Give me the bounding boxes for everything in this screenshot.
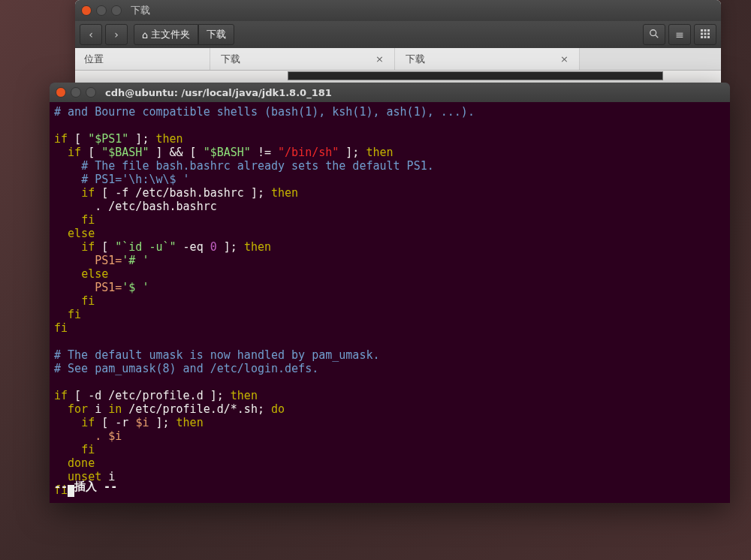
forward-button[interactable]: › (105, 24, 128, 45)
svg-rect-2 (701, 29, 703, 32)
terminal-titlebar[interactable]: cdh@ubuntu: /usr/local/java/jdk1.8.0_181 (50, 83, 730, 102)
code-token: ] (149, 146, 169, 159)
code-token: != (251, 146, 278, 159)
code-token: '$ ' (122, 281, 149, 294)
code-token: $i (135, 416, 149, 429)
term-minimize-icon[interactable] (71, 87, 81, 98)
code-token: then (155, 132, 182, 146)
menu-button[interactable]: ≡ (668, 24, 691, 45)
back-button[interactable]: ‹ (80, 24, 102, 45)
term-maximize-icon[interactable] (86, 87, 96, 98)
fm-close-icon[interactable] (81, 5, 92, 16)
code-token: PS1= (95, 281, 122, 294)
svg-line-1 (656, 35, 659, 38)
code-token: . (95, 429, 108, 443)
code-token: -eq (176, 240, 210, 254)
term-close-icon[interactable] (56, 87, 66, 98)
fm-titlebar[interactable]: 下载 (75, 0, 721, 21)
code-token: "$PS1" (88, 132, 128, 146)
code-token: "`id -u`" (115, 240, 176, 254)
code-token: 0 (210, 240, 217, 254)
breadcrumb-current-label: 下载 (207, 28, 226, 41)
code-token: fi (81, 443, 95, 456)
code-token: if (81, 186, 95, 200)
terminal-content[interactable]: # and Bourne compatible shells (bash(1),… (50, 102, 730, 500)
chevron-left-icon: ‹ (89, 29, 93, 41)
code-token: i (88, 402, 108, 416)
code-token: ]; (217, 240, 244, 254)
code-token: if (81, 240, 95, 254)
svg-rect-10 (707, 36, 710, 38)
grid-view-button[interactable] (694, 24, 716, 45)
code-token: then (366, 146, 393, 159)
code-line: # The default umask is now handled by pa… (54, 348, 379, 362)
svg-rect-3 (704, 29, 707, 32)
code-token: /etc/profile.d/*.sh; (122, 402, 271, 416)
svg-point-0 (650, 29, 656, 35)
code-token: for (68, 402, 88, 416)
code-token: $i (108, 429, 122, 443)
fm-minimize-icon[interactable] (96, 5, 107, 16)
terminal-title: cdh@ubuntu: /usr/local/java/jdk1.8.0_181 (105, 87, 332, 98)
code-token: '# ' (122, 254, 149, 267)
code-token: fi (54, 321, 68, 335)
file-manager-window: 下载 ‹ › ⌂ 主文件夹 下载 ≡ (75, 0, 721, 83)
code-token: [ -f /etc/bash.bashrc ]; (95, 186, 271, 200)
code-token: fi (81, 213, 95, 227)
code-token: ]; (128, 132, 155, 146)
code-token: then (176, 416, 204, 429)
fm-tab-2[interactable]: 下载 × (395, 48, 580, 70)
fm-tab-1-label: 下载 (221, 53, 240, 66)
chevron-right-icon: › (114, 29, 119, 41)
fm-maximize-icon[interactable] (111, 5, 122, 16)
svg-rect-9 (704, 36, 707, 38)
code-token: "/bin/sh" (278, 146, 339, 159)
code-token: fi (68, 308, 81, 321)
code-line: # The file bash.bashrc already sets the … (81, 159, 434, 173)
breadcrumb-home-label: 主文件夹 (151, 28, 190, 41)
code-token: then (231, 389, 258, 402)
svg-rect-5 (701, 33, 703, 35)
hamburger-icon: ≡ (675, 29, 684, 41)
fm-tab-1[interactable]: 下载 × (210, 48, 395, 70)
breadcrumb-home[interactable]: ⌂ 主文件夹 (134, 24, 198, 45)
close-icon[interactable]: × (376, 53, 384, 65)
fm-tabs: 位置 下载 × 下载 × (75, 48, 721, 71)
fm-title: 下载 (131, 4, 150, 17)
code-token: "$BASH" (101, 146, 149, 159)
code-token: ]; (339, 146, 366, 159)
svg-rect-7 (707, 33, 710, 35)
code-line: # See pam_umask(8) and /etc/login.defs. (54, 362, 318, 375)
code-token: else (81, 267, 108, 281)
terminal-window: cdh@ubuntu: /usr/local/java/jdk1.8.0_181… (50, 83, 730, 503)
breadcrumb-current[interactable]: 下载 (198, 24, 234, 45)
code-token: [ (95, 240, 115, 254)
fm-content-strip (288, 71, 663, 80)
code-token: && (170, 146, 183, 159)
grid-icon (701, 29, 710, 41)
fm-sidebar-header: 位置 (75, 48, 210, 70)
code-token: then (271, 186, 298, 200)
code-token: ]; (149, 416, 176, 429)
code-line: # PS1='\h:\w\$ ' (81, 173, 190, 186)
code-token: if (54, 389, 68, 402)
code-token: [ (81, 146, 101, 159)
code-token: if (54, 132, 68, 146)
code-token: [ (183, 146, 204, 159)
code-token: do (271, 402, 285, 416)
svg-rect-4 (707, 29, 710, 32)
code-token: fi (81, 294, 95, 308)
code-token: done (68, 456, 95, 470)
close-icon[interactable]: × (560, 53, 569, 65)
svg-rect-8 (701, 36, 703, 38)
code-line: . /etc/bash.bashrc (95, 200, 217, 213)
search-button[interactable] (643, 24, 665, 45)
code-line: # and Bourne compatible shells (bash(1),… (54, 105, 475, 119)
code-token: in (108, 402, 122, 416)
fm-tab-2-label: 下载 (406, 53, 425, 66)
code-token: [ -d /etc/profile.d ]; (68, 389, 231, 402)
breadcrumb: ⌂ 主文件夹 下载 (134, 24, 234, 45)
code-token: if (68, 146, 81, 159)
code-token: if (81, 416, 95, 429)
home-icon: ⌂ (142, 29, 148, 41)
